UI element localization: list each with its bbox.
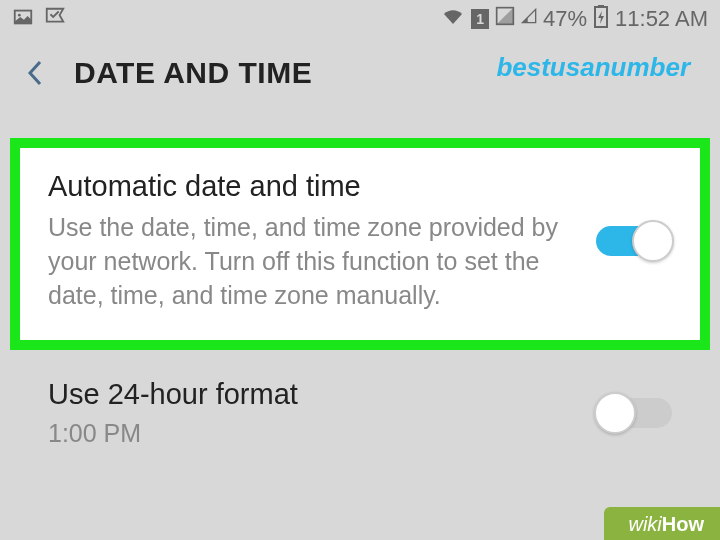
signal-icon-2 (521, 6, 537, 32)
watermark-text: bestusanumber (496, 52, 690, 83)
automatic-date-time-row[interactable]: Automatic date and time Use the date, ti… (48, 170, 672, 312)
checkmark-icon (44, 6, 66, 32)
wikihow-badge: wikiHow (604, 507, 720, 540)
svg-point-1 (18, 14, 21, 17)
app-header: DATE AND TIME bestusanumber (0, 38, 720, 108)
setting-example: 1:00 PM (48, 419, 566, 448)
automatic-date-time-toggle[interactable] (596, 222, 672, 260)
wifi-icon (441, 4, 465, 34)
wikihow-wiki: wiki (628, 513, 661, 535)
battery-icon (593, 4, 609, 34)
chevron-left-icon (25, 58, 45, 88)
status-left (12, 6, 66, 32)
status-bar: 1 47% 11:52 AM (0, 0, 720, 38)
status-right: 1 47% 11:52 AM (441, 4, 708, 34)
setting-title: Use 24-hour format (48, 378, 566, 411)
battery-percent: 47% (543, 6, 587, 32)
toggle-thumb (594, 392, 636, 434)
toggle-thumb (632, 220, 674, 262)
back-button[interactable] (20, 58, 50, 88)
use-24-hour-row[interactable]: Use 24-hour format 1:00 PM (10, 350, 710, 448)
sim-icon: 1 (471, 9, 489, 29)
signal-icon-1 (495, 6, 515, 32)
svg-rect-4 (598, 5, 604, 8)
picture-icon (12, 6, 34, 32)
settings-content: Automatic date and time Use the date, ti… (0, 108, 720, 448)
setting-description: Use the date, time, and time zone provid… (48, 211, 566, 312)
wikihow-how: How (662, 513, 704, 535)
clock-time: 11:52 AM (615, 6, 708, 32)
page-title: DATE AND TIME (74, 56, 312, 90)
setting-text-block: Automatic date and time Use the date, ti… (48, 170, 566, 312)
use-24-hour-toggle[interactable] (596, 394, 672, 432)
setting-text-block: Use 24-hour format 1:00 PM (48, 378, 566, 448)
setting-title: Automatic date and time (48, 170, 566, 203)
highlighted-setting: Automatic date and time Use the date, ti… (10, 138, 710, 350)
